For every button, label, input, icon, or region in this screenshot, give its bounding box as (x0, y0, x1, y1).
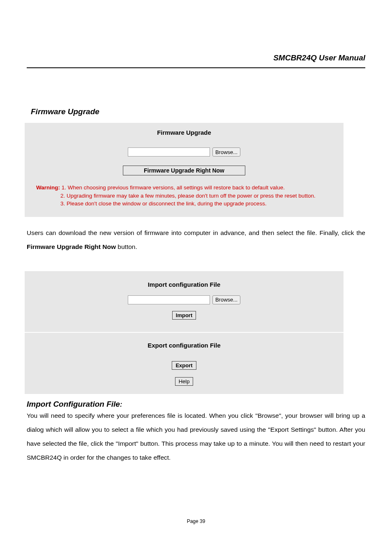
firmware-browse-button[interactable]: Browse... (212, 147, 240, 157)
import-config-panel: Import configuration File Browse... Impo… (25, 271, 344, 333)
firmware-upgrade-panel: Firmware Upgrade Browse... Firmware Upgr… (25, 123, 344, 217)
import-browse-button[interactable]: Browse... (212, 295, 240, 304)
firmware-body-text: Users can download the new version of fi… (27, 226, 365, 254)
firmware-upgrade-now-button[interactable]: Firmware Upgrade Right Now (123, 166, 245, 175)
export-button[interactable]: Export (172, 361, 196, 370)
section-import-config-heading: Import Configuration File (27, 400, 120, 408)
export-config-panel: Export configuration File Export Help (25, 333, 344, 394)
import-config-body-text: You will need to specify where your pref… (27, 409, 365, 465)
import-panel-title: Import configuration File (36, 281, 332, 295)
export-panel-title: Export configuration File (36, 342, 332, 361)
import-button[interactable]: Import (172, 311, 196, 320)
help-button[interactable]: Help (175, 377, 194, 386)
manual-header: SMCBR24Q User Manual (27, 53, 365, 68)
warning-line-1: 1. When choosing previous firmware versi… (62, 184, 285, 191)
firmware-panel-title: Firmware Upgrade (36, 128, 332, 147)
page-number: Page 39 (0, 518, 392, 524)
warning-label: Warning: (36, 184, 60, 191)
import-file-input[interactable] (128, 295, 210, 304)
section-firmware-upgrade-heading: Firmware Upgrade (31, 107, 365, 116)
firmware-file-input[interactable] (128, 147, 210, 157)
warning-line-2: 2. Upgrading firmware may take a few min… (60, 192, 332, 200)
warning-line-3: 3. Please don't close the window or disc… (60, 200, 332, 208)
warning-block: Warning: 1. When choosing previous firmw… (36, 184, 332, 208)
